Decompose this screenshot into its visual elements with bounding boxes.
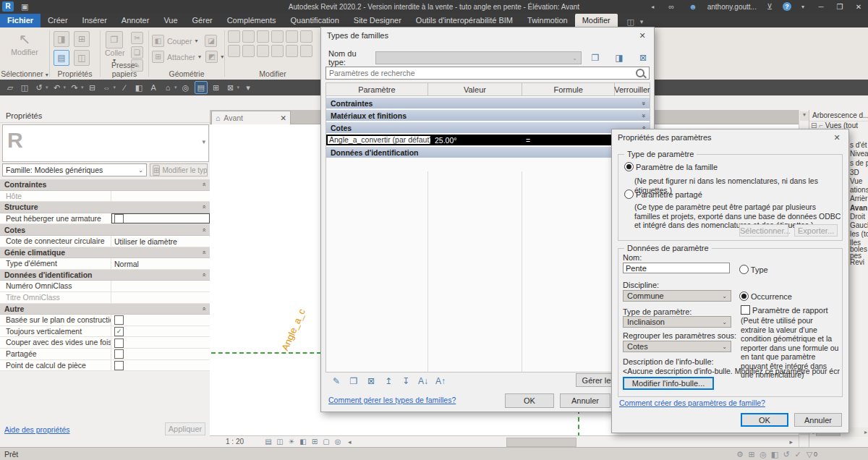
sort-descending-icon[interactable]: A↑ <box>434 376 447 386</box>
new-parameter-icon[interactable]: ❐ <box>347 376 360 386</box>
panel-properties-label[interactable]: Propriétés <box>50 69 100 78</box>
browser-item-fragment[interactable]: Droit <box>850 213 865 221</box>
open-icon[interactable]: ▱ <box>4 82 16 93</box>
tab-twinmotion[interactable]: Twinmotion <box>520 14 575 27</box>
aligned-dimension-icon[interactable]: ∕ <box>119 82 130 93</box>
tab-cr-er[interactable]: Créer <box>41 14 75 27</box>
section-g-nie-climatique[interactable]: Génie climatique» <box>0 247 210 259</box>
modify-tool-icon[interactable] <box>242 45 255 57</box>
paste-button[interactable]: ❐ Coller ▾ <box>105 31 124 64</box>
radio-icon[interactable] <box>739 291 749 301</box>
property-value[interactable] <box>111 349 210 359</box>
scroll-left-icon[interactable]: ◂ <box>348 438 352 446</box>
family-category-icon[interactable]: ◫ <box>74 50 90 66</box>
group-under-select[interactable]: Cotes⌄ <box>623 341 731 352</box>
collapse-icon[interactable]: » <box>200 183 207 187</box>
property-value[interactable]: Utiliser le diamètre <box>111 236 210 247</box>
property-value[interactable]: ✓ <box>111 326 210 337</box>
discipline-select[interactable]: Commune⌄ <box>623 290 731 302</box>
scroll-right-icon[interactable]: ▸ <box>789 438 793 446</box>
scroll-up-icon[interactable]: ▾ <box>800 111 809 121</box>
dimension-label[interactable]: Angle_a_c <box>279 307 307 352</box>
occurrence-radio[interactable]: Occurrence <box>739 291 792 301</box>
section-contraintes[interactable]: Contraintes» <box>0 179 210 191</box>
export-shared-button[interactable]: Exporter... <box>794 224 838 237</box>
modify-tool-icon[interactable] <box>242 30 255 43</box>
modify-tool-icon[interactable] <box>257 45 269 57</box>
col-parametre[interactable]: Paramètre <box>326 83 428 95</box>
family-selector[interactable]: Famille: Modèles génériques ⌄ <box>2 163 147 176</box>
redo-icon[interactable]: ↷ <box>69 82 80 93</box>
browser-item-fragment[interactable]: Gauch <box>850 221 868 229</box>
parameter-type-select[interactable]: Inclinaison⌄ <box>623 316 731 328</box>
modify-contextual-icon[interactable]: ◫ <box>625 16 637 27</box>
tab-outils-d-interop-rabilit-bim[interactable]: Outils d'interopérabilité BIM <box>409 14 520 27</box>
modify-tool-icon[interactable] <box>228 30 240 43</box>
cancel-button[interactable]: Annuler <box>560 393 610 408</box>
ok-button[interactable]: OK <box>741 413 788 427</box>
undo-icon[interactable]: ↶ <box>51 82 63 93</box>
sort-ascending-icon[interactable]: A↓ <box>417 376 430 386</box>
tag-by-category-icon[interactable]: ◧ <box>133 82 145 93</box>
join-geometry-button[interactable]: ⊞ Attacher▾ ◩ ▾ <box>152 51 224 63</box>
checkbox-icon[interactable] <box>114 349 124 359</box>
split-face-icon[interactable]: ◩ <box>205 51 218 63</box>
checkbox-icon[interactable] <box>741 305 750 315</box>
section-donn-es-d-identification[interactable]: Données d'identification» <box>0 270 210 281</box>
close-button[interactable]: ✕ <box>852 3 865 11</box>
alerts-icon[interactable]: ◎ <box>757 450 769 459</box>
move-up-icon[interactable]: ↥ <box>382 376 395 386</box>
collapse-icon[interactable]: » <box>200 228 207 231</box>
tab-vue[interactable]: Vue <box>156 14 184 27</box>
rename-type-icon[interactable]: ◨ <box>613 53 626 63</box>
project-browser-header[interactable]: Arborescence d... <box>809 110 868 122</box>
modify-select-button[interactable]: ↖ Modifier <box>10 30 39 56</box>
ok-button[interactable]: OK <box>505 393 554 408</box>
apply-button[interactable]: Appliquer <box>165 422 205 435</box>
sync-icon[interactable]: ↺ <box>33 82 45 93</box>
tab-quantification[interactable]: Quantification <box>284 14 346 27</box>
scale-button[interactable]: 1 : 20 <box>226 438 244 446</box>
name-input[interactable] <box>623 263 730 273</box>
parameter-group-contraintes[interactable]: Contraintes» <box>326 98 650 108</box>
tab-g-rer[interactable]: Gérer <box>185 14 220 27</box>
browser-item-fragment[interactable]: Nivea <box>850 150 868 158</box>
browser-item-fragment[interactable]: Arrièr <box>850 195 867 203</box>
collapse-icon[interactable]: » <box>200 273 207 277</box>
property-value[interactable] <box>111 315 210 325</box>
section-autre[interactable]: Autre» <box>0 304 210 315</box>
parameter-group-donn-es-d-identification[interactable]: Données d'identification» <box>326 147 650 158</box>
tab-fichier[interactable]: Fichier <box>0 14 41 27</box>
modify-tool-icon[interactable] <box>286 30 298 43</box>
paint-icon[interactable]: ◪ <box>205 35 217 47</box>
close-hidden-windows-icon-caret[interactable]: ▾ <box>237 85 240 90</box>
section-cotes[interactable]: Cotes» <box>0 224 210 236</box>
parameter-value[interactable]: 25.00° <box>432 136 526 145</box>
collapse-icon[interactable]: » <box>200 307 207 310</box>
new-type-icon[interactable]: ❐ <box>589 53 602 63</box>
col-verrouiller[interactable]: Verrouiller <box>615 83 650 95</box>
contextual-caret-icon[interactable]: ▾ <box>640 18 644 25</box>
edit-parameter-icon[interactable]: ✎ <box>330 376 343 386</box>
reference-plane-vertical[interactable] <box>578 409 579 437</box>
print-icon[interactable]: ⊟ <box>87 82 98 93</box>
detail-level-icon[interactable]: ▤ <box>263 438 273 446</box>
cut-geometry-button[interactable]: ◧ Couper▾ ◪ <box>152 35 217 47</box>
links-icon[interactable]: ⊞ <box>746 450 757 459</box>
panel-clipboard-label[interactable]: Presse-papiers <box>101 61 148 78</box>
property-value[interactable] <box>111 360 210 371</box>
background-processes-icon[interactable]: ↺ <box>780 450 792 459</box>
modify-tool-icon[interactable] <box>286 45 298 57</box>
delete-parameter-icon[interactable]: ⊠ <box>365 376 378 386</box>
browser-item-fragment[interactable]: Revi <box>850 258 864 266</box>
search-icon[interactable]: ∞ <box>668 2 674 11</box>
reporting-parameter-checkbox[interactable]: Paramètre de rapport <box>741 305 828 315</box>
browser-item-fragment[interactable]: s d'ét <box>850 141 867 149</box>
delete-type-icon[interactable]: ⊠ <box>637 53 650 63</box>
browser-item-fragment[interactable]: s de p <box>850 159 868 167</box>
property-value[interactable] <box>111 337 210 348</box>
shared-parameter-radio[interactable]: Paramètre partagé <box>624 189 702 199</box>
section-structure[interactable]: Structure» <box>0 202 210 213</box>
section-icon[interactable]: ◎ <box>180 82 192 93</box>
property-value[interactable] <box>111 213 210 224</box>
